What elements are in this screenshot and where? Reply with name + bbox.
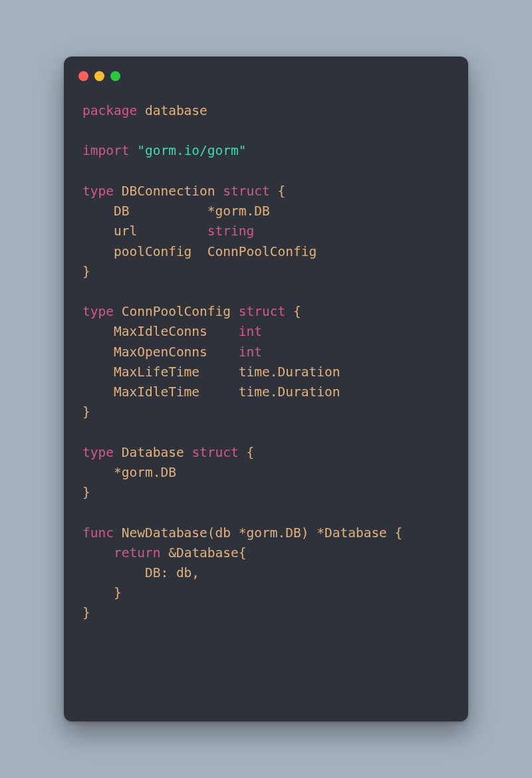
code-token: NewDatabase(db *gorm.DB) *Database {	[122, 525, 403, 541]
code-token: import	[82, 143, 137, 158]
code-token: }	[82, 485, 90, 500]
code-token: DB *gorm.DB	[82, 203, 270, 219]
code-token: {	[278, 184, 286, 199]
code-token: {	[293, 304, 301, 319]
code-token: struct	[223, 184, 277, 199]
traffic-light-close-icon[interactable]	[78, 71, 88, 81]
code-token: }	[82, 585, 122, 600]
code-token: MaxOpenConns	[82, 344, 239, 360]
code-token: type	[82, 445, 122, 460]
code-window: package database import "gorm.io/gorm" t…	[64, 57, 468, 721]
code-token: Database	[122, 445, 192, 460]
code-token: func	[82, 525, 122, 541]
code-block: package database import "gorm.io/gorm" t…	[64, 88, 468, 642]
code-token: &Database{	[168, 545, 246, 561]
code-token: *gorm.DB	[82, 465, 176, 480]
code-token: MaxLifeTime time.Duration	[82, 364, 340, 380]
code-token: poolConfig ConnPoolConfig	[82, 244, 317, 259]
window-titlebar	[64, 57, 468, 88]
code-token: url	[82, 223, 207, 239]
code-token: ConnPoolConfig	[122, 304, 239, 319]
code-token: type	[82, 304, 122, 319]
code-token: struct	[239, 304, 293, 319]
code-token: MaxIdleTime time.Duration	[82, 384, 340, 400]
code-token: "gorm.io/gorm"	[137, 143, 246, 158]
code-token: }	[82, 264, 90, 279]
code-token: package	[82, 103, 145, 118]
code-token: database	[145, 103, 207, 118]
code-token: int	[239, 324, 262, 339]
code-token: MaxIdleConns	[82, 324, 239, 339]
code-token: }	[82, 605, 90, 620]
stage: package database import "gorm.io/gorm" t…	[0, 0, 532, 778]
code-token: struct	[192, 445, 246, 460]
code-token: DB: db,	[82, 565, 200, 581]
code-token: DBConnection	[122, 184, 223, 199]
code-token: }	[82, 404, 90, 420]
code-token: string	[207, 223, 254, 239]
code-token: type	[82, 184, 122, 199]
code-token: int	[239, 344, 262, 360]
code-token: return	[114, 545, 168, 561]
code-token	[82, 545, 114, 561]
code-token: {	[247, 445, 255, 460]
traffic-light-minimize-icon[interactable]	[94, 71, 104, 81]
traffic-light-zoom-icon[interactable]	[110, 71, 120, 81]
